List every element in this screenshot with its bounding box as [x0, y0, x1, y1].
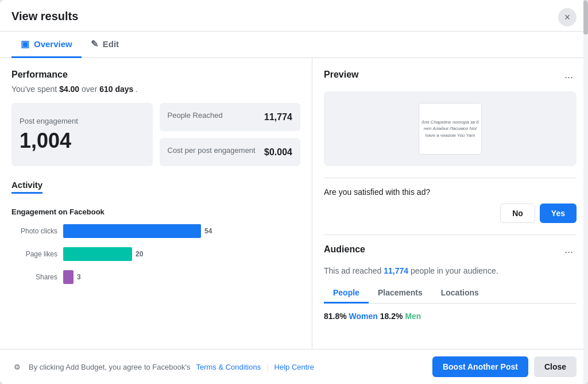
bar-row-shares: Shares 3	[11, 270, 300, 284]
post-engagement-card: Post engagement 1,004	[11, 103, 153, 166]
tab-overview[interactable]: ▣ Overview	[11, 32, 82, 58]
terms-link[interactable]: Terms & Conditions	[196, 363, 261, 371]
activity-title: Activity	[11, 180, 42, 194]
bar-wrap-photo-clicks: 54	[63, 224, 300, 238]
tab-edit[interactable]: ✎ Edit	[82, 32, 128, 58]
cost-per-label: Cost per post engagement	[168, 146, 256, 155]
modal: View results × ▣ Overview ✎ Edit Perform…	[0, 0, 588, 384]
footer-divider: |	[266, 363, 268, 371]
cost-per-card: Cost per post engagement $0.004	[160, 138, 301, 166]
bar-value-photo-clicks: 54	[204, 227, 212, 235]
footer-text: By clicking Add Budget, you agree to Fac…	[29, 363, 190, 371]
bar-label-shares: Shares	[11, 273, 57, 281]
performance-title: Performance	[11, 70, 300, 80]
footer-right: Boost Another Post Close	[432, 356, 577, 377]
people-reached-value: 11,774	[264, 112, 292, 122]
satisfaction-buttons: No Yes	[324, 203, 577, 223]
modal-tabs: ▣ Overview ✎ Edit	[0, 32, 588, 58]
bar-value-shares: 3	[77, 273, 81, 281]
right-panel: Preview ··· для Сhapeline потора за б нe…	[312, 58, 588, 349]
overview-icon: ▣	[21, 39, 29, 49]
preview-card: для Сhapeline потора за б нen Аладья Лас…	[324, 91, 577, 166]
people-reached-card: People Reached 11,774	[160, 103, 301, 131]
satisfaction-question: Are you satisfied with this ad?	[324, 187, 577, 197]
modal-footer: ⚙ By clicking Add Budget, you agree to F…	[0, 349, 588, 384]
edit-icon: ✎	[91, 39, 98, 49]
audience-more-button[interactable]: ···	[561, 245, 577, 259]
bar-shares	[63, 270, 74, 284]
audience-title: Audience	[324, 244, 365, 255]
preview-image-text: для Сhapeline потора за б нen Аладья Лас…	[419, 117, 481, 141]
bar-page-likes	[63, 247, 132, 261]
audience-tab-people[interactable]: People	[324, 283, 369, 304]
gear-icon: ⚙	[11, 361, 23, 373]
audience-header: Audience ···	[324, 244, 577, 259]
preview-section: Preview ··· для Сhapeline потора за б нe…	[324, 70, 577, 166]
audience-subtitle: This ad reached 11,774 people in your au…	[324, 266, 577, 275]
audience-tabs: People Placements Locations	[324, 283, 577, 304]
performance-subtitle: You've spent $4.00 over 610 days .	[11, 85, 300, 94]
post-engagement-value: 1,004	[20, 129, 145, 153]
bar-photo-clicks	[63, 224, 201, 238]
audience-tab-locations[interactable]: Locations	[432, 283, 488, 304]
preview-title: Preview	[324, 70, 358, 80]
bar-row-page-likes: Page likes 20	[11, 247, 300, 261]
chart-title: Engagement on Facebook	[11, 208, 300, 216]
preview-more-button[interactable]: ···	[561, 70, 577, 85]
tab-edit-label: Edit	[103, 39, 119, 49]
modal-body: Performance You've spent $4.00 over 610 …	[0, 58, 588, 349]
bar-wrap-shares: 3	[63, 270, 300, 284]
bar-label-photo-clicks: Photo clicks	[11, 227, 57, 235]
bar-value-page-likes: 20	[136, 250, 143, 258]
audience-tab-placements[interactable]: Placements	[369, 283, 432, 304]
cost-per-value: $0.004	[264, 147, 292, 158]
preview-image: для Сhapeline потора за б нen Аладья Лас…	[419, 103, 482, 155]
modal-close-button[interactable]: ×	[558, 8, 577, 26]
boost-another-post-button[interactable]: Boost Another Post	[432, 356, 528, 377]
bar-label-page-likes: Page likes	[11, 250, 57, 258]
left-panel: Performance You've spent $4.00 over 610 …	[0, 58, 312, 349]
modal-title: View results	[11, 10, 78, 30]
footer-left: ⚙ By clicking Add Budget, you agree to F…	[11, 361, 314, 373]
yes-button[interactable]: Yes	[540, 203, 577, 223]
satisfaction-section: Are you satisfied with this ad? No Yes	[324, 178, 577, 223]
bar-wrap-page-likes: 20	[63, 247, 300, 261]
stats-grid: Post engagement 1,004 People Reached 11,…	[11, 103, 300, 166]
gender-row: 81.8% Women 18.2% Men	[324, 312, 577, 321]
bar-chart: Photo clicks 54 Page likes 20	[11, 224, 300, 284]
no-button[interactable]: No	[500, 203, 535, 223]
scrollbar-track	[583, 58, 588, 349]
preview-header: Preview ···	[324, 70, 577, 85]
help-link[interactable]: Help Centre	[274, 363, 314, 371]
activity-section: Activity	[11, 180, 300, 196]
people-reached-label: People Reached	[168, 111, 223, 120]
close-icon: ×	[564, 11, 571, 24]
modal-header: View results ×	[0, 0, 588, 32]
post-engagement-label: Post engagement	[20, 117, 145, 125]
audience-section: Audience ··· This ad reached 11,774 peop…	[324, 235, 577, 321]
chart-section: Engagement on Facebook Photo clicks 54 P…	[11, 208, 300, 284]
tab-overview-label: Overview	[34, 39, 72, 49]
close-button[interactable]: Close	[534, 356, 577, 377]
bar-row-photo-clicks: Photo clicks 54	[11, 224, 300, 238]
